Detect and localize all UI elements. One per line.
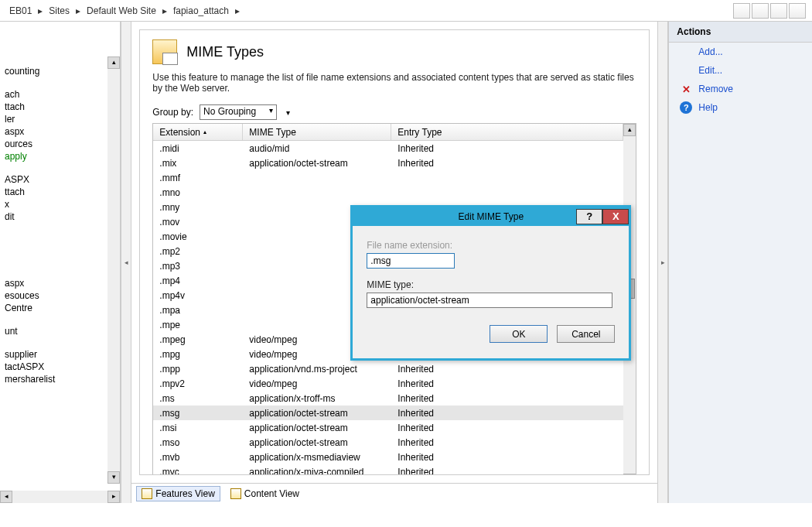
breadcrumb-seg[interactable]: Default Web Site xyxy=(87,5,156,16)
ok-button[interactable]: OK xyxy=(490,325,548,343)
cell-mime xyxy=(243,177,391,179)
breadcrumb-seg[interactable]: EB01 xyxy=(9,5,32,16)
tree-vertical-scrollbar[interactable]: ▴ ▾ xyxy=(107,56,120,484)
scroll-down-icon[interactable]: ▾ xyxy=(623,474,636,475)
table-row[interactable]: .msiapplication/octet-streamInherited xyxy=(153,420,623,435)
chevron-right-icon: ▸ xyxy=(76,5,80,16)
tree-item[interactable]: esouces xyxy=(0,289,120,302)
tree-item[interactable]: mersharelist xyxy=(0,373,120,385)
cell-ext: .mvb xyxy=(153,451,243,464)
tree-item[interactable]: ources xyxy=(0,138,120,150)
tree-item[interactable]: apply xyxy=(0,150,120,163)
cell-ext: .msi xyxy=(153,422,243,434)
scroll-right-icon[interactable]: ▸ xyxy=(107,491,120,503)
tree-item[interactable]: unt xyxy=(0,325,120,337)
tree-item[interactable]: Centre xyxy=(0,302,120,314)
dialog-titlebar[interactable]: Edit MIME Type ? X xyxy=(353,207,629,226)
page-description: Use this feature to manage the list of f… xyxy=(152,72,636,94)
cell-ext: .mix xyxy=(153,157,243,169)
scroll-up-icon[interactable]: ▴ xyxy=(107,56,120,69)
cell-entry: Inherited xyxy=(391,378,623,390)
dialog-help-button[interactable]: ? xyxy=(576,209,602,224)
groupby-dropdown[interactable]: No Grouping xyxy=(200,104,277,120)
cell-entry: Inherited xyxy=(391,407,623,419)
cell-ext: .mov xyxy=(153,216,243,228)
tree-item[interactable]: ler xyxy=(0,113,120,125)
breadcrumb-seg[interactable]: Sites xyxy=(49,5,70,16)
tree-item[interactable]: tactASPX xyxy=(0,361,120,373)
tree-item[interactable]: supplier xyxy=(0,348,120,361)
edit-mime-dialog: Edit MIME Type ? X File name extension: … xyxy=(350,205,631,361)
table-row[interactable]: .mvbapplication/x-msmediaviewInherited xyxy=(153,450,623,464)
action-remove[interactable]: ✕Remove xyxy=(669,80,812,98)
grip-icon: ▸ xyxy=(661,258,665,266)
cell-mime: audio/mid xyxy=(243,142,391,155)
action-help[interactable]: ?Help xyxy=(669,98,812,117)
table-row[interactable]: .msapplication/x-troff-msInherited xyxy=(153,391,623,406)
toolbar-button[interactable] xyxy=(752,3,769,19)
tree-item[interactable]: aspx xyxy=(0,277,120,289)
tree-item[interactable]: ach xyxy=(0,88,120,101)
tree-item[interactable]: ttach xyxy=(0,101,120,113)
table-row[interactable]: .mmf xyxy=(153,170,623,185)
cell-entry: Inherited xyxy=(391,451,623,464)
cell-ext: .mp2 xyxy=(153,245,243,258)
toolbar-button[interactable] xyxy=(789,3,806,19)
cell-mime: application/octet-stream xyxy=(243,436,391,449)
cell-mime: application/octet-stream xyxy=(243,422,391,434)
action-edit[interactable]: Edit... xyxy=(669,61,812,80)
table-row[interactable]: .mppapplication/vnd.ms-projectInherited xyxy=(153,361,623,376)
cell-entry: Inherited xyxy=(391,392,623,405)
splitter-left[interactable]: ◂ xyxy=(121,22,131,503)
column-mimetype[interactable]: MIME Type xyxy=(243,124,391,140)
cell-mime: application/x-msmediaview xyxy=(243,451,391,464)
scroll-left-icon[interactable]: ◂ xyxy=(0,491,12,503)
tree-item[interactable]: counting xyxy=(0,65,120,77)
cell-ext: .ms xyxy=(153,392,243,405)
cell-entry: Inherited xyxy=(391,422,623,434)
tree-item[interactable]: aspx xyxy=(0,125,120,138)
cell-ext: .mpp xyxy=(153,363,243,375)
mime-input[interactable] xyxy=(367,293,612,308)
breadcrumb[interactable]: EB01▸ Sites▸ Default Web Site▸ fapiao_at… xyxy=(0,0,812,22)
tree-item[interactable]: ttach xyxy=(0,186,120,198)
cancel-button[interactable]: Cancel xyxy=(557,325,615,343)
cell-ext: .mmf xyxy=(153,172,243,184)
mime-types-page: MIME Types Use this feature to manage th… xyxy=(139,29,650,475)
table-row[interactable]: .mno xyxy=(153,185,623,200)
column-extension[interactable]: Extension▴ xyxy=(153,124,243,140)
tab-features-view[interactable]: Features View xyxy=(136,486,220,501)
tree-horizontal-scrollbar[interactable]: ◂ ▸ xyxy=(0,491,120,503)
table-row[interactable]: .mvcapplication/x-miva-compiledInherited xyxy=(153,464,623,475)
cell-entry xyxy=(391,192,623,193)
scroll-up-icon[interactable]: ▴ xyxy=(623,124,636,136)
ext-input[interactable] xyxy=(367,253,455,269)
cell-entry: Inherited xyxy=(391,466,623,476)
column-entrytype[interactable]: Entry Type xyxy=(391,124,623,140)
splitter-right[interactable]: ▸ xyxy=(657,22,668,503)
table-row[interactable]: .mpv2video/mpegInherited xyxy=(153,376,623,391)
table-row[interactable]: .mixapplication/octet-streamInherited xyxy=(153,156,623,170)
blank-icon xyxy=(680,64,692,77)
action-add[interactable]: Add... xyxy=(669,43,812,61)
connections-tree[interactable]: countingachttachleraspxourcesapplyASPXtt… xyxy=(0,22,121,503)
toolbar-button[interactable] xyxy=(733,3,750,19)
cell-ext: .midi xyxy=(153,142,243,155)
cell-ext: .mpv2 xyxy=(153,378,243,390)
cell-ext: .movie xyxy=(153,231,243,243)
table-row[interactable]: .msoapplication/octet-streamInherited xyxy=(153,435,623,450)
toolbar-button[interactable] xyxy=(770,3,787,19)
tree-item[interactable]: ASPX xyxy=(0,173,120,186)
cell-ext: .mpeg xyxy=(153,334,243,346)
tab-content-view[interactable]: Content View xyxy=(225,486,305,501)
dialog-close-button[interactable]: X xyxy=(602,209,629,224)
dropdown-extra-icon[interactable]: ▾ xyxy=(286,108,290,117)
cell-ext: .mno xyxy=(153,187,243,199)
table-row[interactable]: .msgapplication/octet-streamInherited xyxy=(153,406,623,420)
tree-item[interactable]: dit xyxy=(0,210,120,223)
table-row[interactable]: .midiaudio/midInherited xyxy=(153,141,623,156)
scroll-down-icon[interactable]: ▾ xyxy=(107,471,120,484)
tree-item[interactable]: x xyxy=(0,198,120,210)
breadcrumb-seg[interactable]: fapiao_attach xyxy=(173,5,229,16)
cell-ext: .mso xyxy=(153,436,243,449)
